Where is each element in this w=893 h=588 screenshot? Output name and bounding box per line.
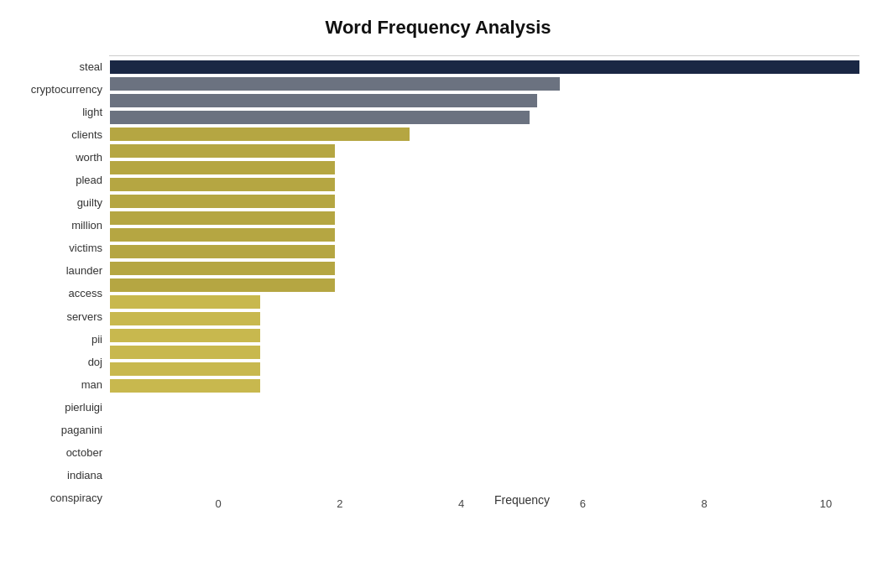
y-labels: stealcryptocurrencylightclientsworthplea… (17, 55, 109, 509)
bar-row (110, 143, 859, 159)
bar-row (110, 59, 859, 75)
y-label: pii (17, 328, 102, 351)
bar (110, 295, 260, 309)
x-tick-label: 4 (458, 497, 464, 510)
bar (110, 262, 335, 275)
bar-row (110, 176, 859, 193)
bar (110, 329, 260, 342)
y-label: access (17, 282, 102, 304)
bar-row (110, 109, 859, 126)
bar-row (110, 126, 859, 143)
y-label: conspiracy (17, 487, 102, 509)
bar-row (110, 92, 859, 109)
y-label: indiana (17, 464, 102, 487)
bar-row (110, 344, 859, 361)
bottom-area: 0246810 Frequency (218, 463, 826, 509)
x-tick-label: 6 (580, 497, 586, 510)
bar-row (110, 193, 859, 210)
y-label: steal (17, 55, 102, 78)
x-tick-container: 0246810 (218, 463, 826, 487)
bar (110, 161, 335, 174)
y-label: clients (17, 123, 102, 146)
x-tick-label: 0 (215, 497, 221, 510)
y-label: victims (17, 237, 102, 259)
y-label: launder (17, 259, 102, 282)
bar (110, 312, 260, 325)
bar (110, 77, 560, 91)
y-label: light (17, 101, 102, 123)
y-label: pierluigi (17, 396, 102, 419)
bar-row (110, 294, 859, 310)
y-label: doj (17, 351, 102, 373)
y-label: cryptocurrency (17, 78, 102, 101)
x-tick-label: 8 (702, 497, 708, 510)
bar (110, 379, 260, 393)
x-tick-label: 10 (820, 497, 832, 510)
bar (110, 362, 260, 376)
bar-row (110, 310, 859, 327)
bar (110, 278, 335, 292)
y-label: guilty (17, 191, 102, 214)
bar (110, 195, 335, 208)
bars-wrapper (110, 55, 859, 62)
bar (110, 178, 335, 191)
bars-and-grid (109, 55, 859, 56)
bar (110, 346, 260, 359)
bar (110, 144, 335, 158)
bar (110, 245, 335, 258)
bar (110, 94, 537, 107)
y-label: man (17, 373, 102, 396)
bar-row (110, 226, 859, 243)
chart-area: stealcryptocurrencylightclientsworthplea… (17, 55, 859, 509)
chart-title: Word Frequency Analysis (17, 17, 859, 39)
y-label: worth (17, 146, 102, 169)
bar-row (110, 260, 859, 277)
bar-row (110, 327, 859, 344)
bar-row (110, 75, 859, 92)
x-tick-label: 2 (337, 497, 342, 510)
bar-row (110, 159, 859, 176)
bar (110, 111, 530, 124)
y-label: october (17, 441, 102, 464)
y-label: plead (17, 169, 102, 191)
bar (110, 127, 410, 141)
y-label: servers (17, 305, 102, 328)
bar-row (110, 361, 859, 377)
bar-row (110, 277, 859, 294)
bar (110, 60, 859, 74)
y-label: million (17, 214, 102, 237)
bar (110, 228, 335, 242)
y-label: paganini (17, 419, 102, 441)
x-axis-title: Frequency (218, 493, 826, 507)
chart-container: Word Frequency Analysis stealcryptocurre… (0, 0, 893, 588)
bar-row (110, 243, 859, 260)
bar-row (110, 377, 859, 394)
bar-row (110, 210, 859, 226)
bar (110, 211, 335, 225)
